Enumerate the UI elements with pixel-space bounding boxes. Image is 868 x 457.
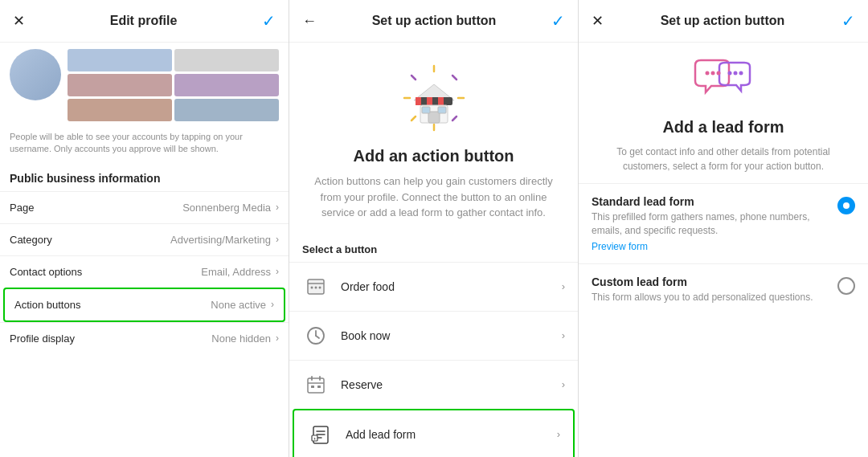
category-right: Advertising/Marketing ›: [170, 234, 279, 246]
svg-rect-28: [311, 386, 314, 388]
custom-lead-form-desc: This form allows you to add personalized…: [592, 291, 828, 304]
action-buttons-item[interactable]: Action buttons None active ›: [3, 288, 285, 322]
lead-form-illustration: [691, 59, 755, 107]
svg-point-20: [319, 286, 321, 288]
public-business-section-label: Public business information: [0, 162, 289, 191]
profile-display-label: Profile display: [10, 333, 75, 345]
contact-options-right: Email, Address ›: [201, 266, 279, 278]
order-food-chevron-icon: ›: [562, 280, 565, 292]
standard-lead-form-desc: This prefilled form gathers names, phone…: [592, 210, 828, 238]
category-item[interactable]: Category Advertising/Marketing ›: [0, 223, 289, 255]
profile-description: People will be able to see your accounts…: [0, 124, 289, 162]
order-food-item[interactable]: Order food ›: [289, 262, 578, 311]
svg-rect-9: [416, 97, 421, 105]
page-value: Sonnenberg Media: [182, 202, 271, 214]
reserve-icon: [302, 371, 330, 398]
reserve-label: Reserve: [341, 378, 383, 391]
book-now-label: Book now: [341, 329, 390, 342]
standard-lead-form-option[interactable]: Standard lead form This prefilled form g…: [579, 183, 868, 263]
grid-image-4: [174, 74, 279, 96]
confirm-icon[interactable]: ✓: [262, 11, 276, 31]
grid-image-6: [174, 99, 279, 121]
lead-form-confirm-icon[interactable]: ✓: [841, 11, 855, 31]
profile-display-item[interactable]: Profile display None hidden ›: [0, 322, 289, 354]
profile-display-right: None hidden ›: [211, 333, 279, 345]
svg-point-39: [717, 71, 721, 75]
svg-rect-10: [427, 97, 432, 105]
profile-display-value: None hidden: [211, 333, 271, 345]
svg-point-41: [734, 71, 738, 75]
standard-lead-form-text: Standard lead form This prefilled form g…: [592, 195, 837, 252]
order-food-icon: [302, 273, 330, 300]
preview-form-link[interactable]: Preview form: [592, 241, 828, 252]
contact-options-item[interactable]: Contact options Email, Address ›: [0, 255, 289, 288]
setup-action-title: Set up action button: [372, 14, 497, 28]
svg-rect-11: [438, 97, 444, 105]
profile-display-chevron-icon: ›: [276, 333, 279, 344]
lead-form-title: Set up action button: [661, 14, 785, 28]
add-lead-form-title: Add a lead form: [662, 118, 784, 137]
page-label: Page: [10, 202, 34, 214]
reserve-left: Reserve: [302, 371, 383, 398]
close-icon[interactable]: ✕: [13, 12, 25, 30]
svg-rect-15: [438, 107, 446, 113]
grid-image-5: [68, 99, 172, 121]
edit-profile-panel: ✕ Edit profile ✓ People will be able to …: [0, 0, 289, 457]
action-button-hero: Add an action button Action buttons can …: [289, 43, 578, 234]
svg-point-38: [711, 71, 715, 75]
setup-action-confirm-icon[interactable]: ✓: [551, 11, 565, 31]
svg-rect-29: [317, 386, 321, 388]
custom-lead-form-option[interactable]: Custom lead form This form allows you to…: [579, 263, 868, 316]
custom-lead-form-text: Custom lead form This form allows you to…: [592, 275, 837, 304]
svg-point-18: [311, 286, 313, 288]
custom-lead-form-title: Custom lead form: [592, 275, 828, 288]
category-label: Category: [10, 234, 52, 246]
standard-lead-form-radio[interactable]: [837, 197, 855, 214]
svg-point-37: [706, 71, 710, 75]
setup-action-button-panel: ← Set up action button ✓: [289, 0, 579, 457]
reserve-item[interactable]: Reserve ›: [289, 360, 578, 409]
grid-image-1: [68, 49, 172, 71]
book-now-chevron-icon: ›: [562, 329, 565, 341]
lead-form-close-icon[interactable]: ✕: [592, 12, 604, 30]
svg-point-42: [739, 71, 743, 75]
svg-line-23: [316, 336, 319, 338]
book-now-left: Book now: [302, 322, 390, 349]
action-buttons-label: Action buttons: [14, 299, 80, 311]
add-action-button-desc: Action buttons can help you gain custome…: [305, 173, 562, 221]
avatar[interactable]: [10, 49, 61, 100]
add-lead-form-icon: +: [307, 421, 334, 448]
page-chevron-icon: ›: [276, 202, 279, 213]
edit-profile-header: ✕ Edit profile ✓: [0, 0, 289, 43]
svg-line-7: [452, 116, 457, 120]
action-buttons-chevron-icon: ›: [271, 299, 274, 310]
shop-icon: [398, 62, 470, 134]
lead-form-header: ✕ Set up action button ✓: [579, 0, 868, 43]
profile-image-area: [0, 43, 289, 124]
svg-line-4: [411, 75, 416, 80]
svg-line-6: [411, 116, 416, 120]
category-value: Advertising/Marketing: [170, 234, 271, 246]
action-buttons-value: None active: [211, 299, 266, 311]
setup-action-header: ← Set up action button ✓: [289, 0, 578, 43]
radio-inner-dot: [843, 202, 850, 209]
add-lead-form-label: Add lead form: [346, 428, 416, 441]
custom-lead-form-radio[interactable]: [837, 277, 855, 295]
book-now-item[interactable]: Book now ›: [289, 311, 578, 360]
page-item[interactable]: Page Sonnenberg Media ›: [0, 191, 289, 223]
reserve-chevron-icon: ›: [562, 378, 565, 390]
svg-point-19: [315, 286, 317, 288]
grid-image-3: [68, 74, 172, 96]
contact-options-chevron-icon: ›: [276, 266, 279, 277]
add-lead-form-item[interactable]: + Add lead form ›: [293, 409, 575, 458]
add-lead-form-desc: To get contact info and other details fr…: [595, 145, 852, 173]
lead-form-panel: ✕ Set up action button ✓ Add a lead form: [579, 0, 868, 457]
lead-form-hero: Add a lead form To get contact info and …: [579, 43, 868, 183]
order-food-label: Order food: [341, 280, 395, 293]
select-button-label: Select a button: [289, 234, 578, 262]
add-action-button-title: Add an action button: [354, 147, 514, 165]
profile-image-grid: [68, 49, 279, 121]
action-buttons-right: None active ›: [211, 299, 274, 311]
svg-rect-24: [308, 378, 324, 393]
back-icon[interactable]: ←: [302, 13, 317, 30]
